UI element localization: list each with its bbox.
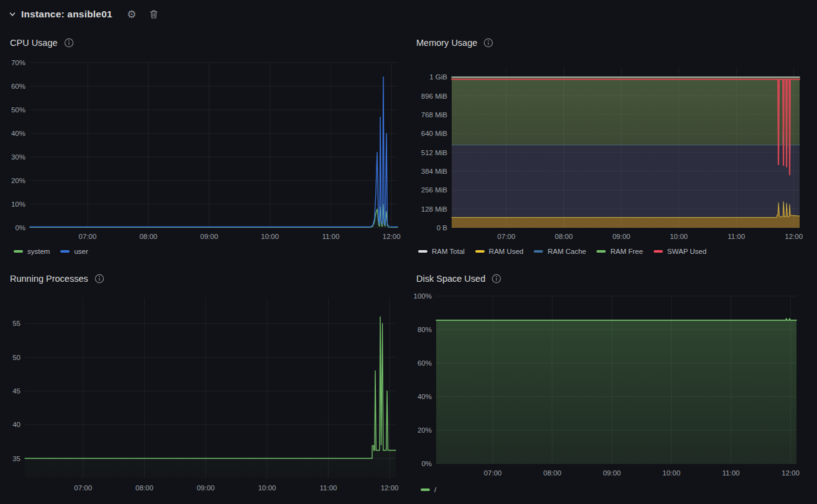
svg-text:12:00: 12:00 (782, 469, 800, 477)
panel-cpu-header: CPU Usage (5, 29, 405, 53)
svg-text:07:00: 07:00 (74, 484, 92, 492)
svg-text:09:00: 09:00 (603, 469, 621, 477)
svg-text:50%: 50% (11, 106, 25, 114)
legend-label: SWAP Used (667, 248, 706, 255)
legend-item[interactable]: RAM Cache (534, 248, 586, 255)
svg-text:08:00: 08:00 (135, 484, 153, 492)
svg-text:12:00: 12:00 (383, 233, 401, 240)
svg-text:80%: 80% (418, 326, 432, 333)
legend-swatch (60, 250, 70, 253)
svg-text:100%: 100% (414, 292, 432, 300)
info-icon[interactable] (483, 38, 493, 48)
svg-text:10:00: 10:00 (662, 469, 680, 477)
svg-text:35: 35 (12, 455, 21, 462)
legend-label: user (74, 248, 88, 255)
panel-title[interactable]: Memory Usage (416, 38, 477, 48)
svg-text:70%: 70% (11, 59, 25, 66)
svg-text:30%: 30% (11, 153, 25, 161)
svg-text:08:00: 08:00 (139, 233, 157, 240)
panel-processes-header: Running Processes (5, 264, 405, 289)
panel-memory: Memory Usage 07:0008:0009:0010:0011:0012… (407, 29, 817, 261)
svg-text:256 MiB: 256 MiB (421, 186, 448, 194)
svg-text:40: 40 (12, 421, 21, 428)
svg-text:12:00: 12:00 (785, 233, 803, 240)
legend-swatch (475, 250, 485, 253)
svg-text:10:00: 10:00 (261, 233, 279, 240)
memory-legend: RAM TotalRAM UsedRAM CacheRAM FreeSWAP U… (418, 246, 817, 257)
disk-chart[interactable]: 07:0008:0009:0010:0011:0012:000%20%40%60… (407, 289, 817, 483)
svg-text:08:00: 08:00 (544, 469, 562, 477)
memory-chart[interactable]: 07:0008:0009:0010:0011:0012:000 B128 MiB… (407, 53, 817, 246)
legend-label: RAM Cache (547, 248, 586, 255)
legend-swatch (654, 250, 663, 253)
panel-processes: Running Processes 07:0008:0009:0010:0011… (5, 264, 405, 504)
info-icon[interactable] (64, 38, 74, 48)
info-icon[interactable] (94, 274, 104, 284)
panel-title[interactable]: Running Processes (10, 274, 88, 284)
panel-title[interactable]: CPU Usage (10, 38, 58, 48)
row-title: Instance: ansible01 (21, 9, 112, 20)
svg-text:640 MiB: 640 MiB (421, 130, 448, 137)
dashboard: Instance: ansible01 ⚙ CPU Usage (0, 0, 817, 504)
svg-text:09:00: 09:00 (197, 484, 215, 492)
legend-label: RAM Used (489, 248, 524, 255)
legend-item[interactable]: SWAP Used (654, 248, 706, 255)
panel-title[interactable]: Disk Space Used (416, 274, 485, 284)
svg-text:11:00: 11:00 (723, 469, 740, 477)
svg-text:0 B: 0 B (437, 224, 448, 232)
svg-text:11:00: 11:00 (320, 484, 337, 492)
svg-text:07:00: 07:00 (79, 233, 97, 240)
svg-text:0%: 0% (15, 224, 25, 232)
svg-text:08:00: 08:00 (555, 233, 573, 240)
legend-swatch (418, 250, 427, 253)
processes-chart[interactable]: 07:0008:0009:0010:0011:0012:003540455055 (5, 289, 405, 504)
svg-text:11:00: 11:00 (728, 233, 745, 240)
svg-text:10%: 10% (11, 200, 25, 208)
svg-text:768 MiB: 768 MiB (421, 111, 448, 119)
row-actions: ⚙ (124, 6, 162, 22)
panel-disk-header: Disk Space Used (407, 264, 817, 289)
svg-text:40%: 40% (11, 130, 25, 137)
svg-text:07:00: 07:00 (498, 233, 516, 240)
info-icon[interactable] (491, 274, 501, 284)
svg-text:20%: 20% (11, 177, 25, 184)
svg-text:1 GiB: 1 GiB (429, 73, 447, 81)
svg-text:60%: 60% (11, 83, 25, 90)
panel-cpu: CPU Usage 07:0008:0009:0010:0011:0012:00… (5, 29, 405, 261)
svg-text:11:00: 11:00 (322, 233, 339, 240)
svg-text:07:00: 07:00 (484, 469, 502, 477)
svg-text:384 MiB: 384 MiB (421, 168, 448, 175)
cpu-chart[interactable]: 07:0008:0009:0010:0011:0012:000%10%20%30… (5, 53, 405, 246)
legend-item[interactable]: RAM Used (475, 248, 524, 255)
legend-item[interactable]: RAM Free (596, 248, 642, 255)
row-settings-button[interactable]: ⚙ (124, 6, 140, 22)
legend-item[interactable]: user (60, 248, 88, 255)
legend-swatch (596, 250, 606, 253)
legend-item[interactable]: system (14, 248, 50, 255)
svg-text:40%: 40% (418, 393, 432, 400)
row-delete-button[interactable] (146, 6, 162, 22)
legend-swatch (421, 488, 430, 491)
svg-text:60%: 60% (418, 359, 432, 367)
legend-label: RAM Total (432, 248, 465, 255)
panel-memory-header: Memory Usage (407, 29, 817, 53)
svg-text:512 MiB: 512 MiB (421, 149, 448, 156)
row-collapse-toggle[interactable]: Instance: ansible01 (9, 9, 112, 20)
svg-text:09:00: 09:00 (613, 233, 631, 240)
svg-text:09:00: 09:00 (200, 233, 218, 240)
chevron-down-icon (9, 11, 16, 18)
legend-label: / (434, 486, 436, 493)
legend-item[interactable]: / (421, 486, 436, 493)
trash-icon (149, 9, 158, 19)
disk-legend: / (421, 484, 817, 495)
svg-text:0%: 0% (421, 460, 432, 467)
cpu-legend: systemuser (14, 246, 405, 257)
svg-text:10:00: 10:00 (670, 233, 688, 240)
svg-text:20%: 20% (418, 426, 432, 434)
svg-text:55: 55 (12, 320, 21, 327)
svg-text:896 MiB: 896 MiB (421, 92, 448, 100)
legend-item[interactable]: RAM Total (418, 248, 465, 255)
legend-swatch (534, 250, 543, 253)
gear-icon: ⚙ (127, 9, 136, 20)
svg-text:50: 50 (12, 354, 21, 361)
